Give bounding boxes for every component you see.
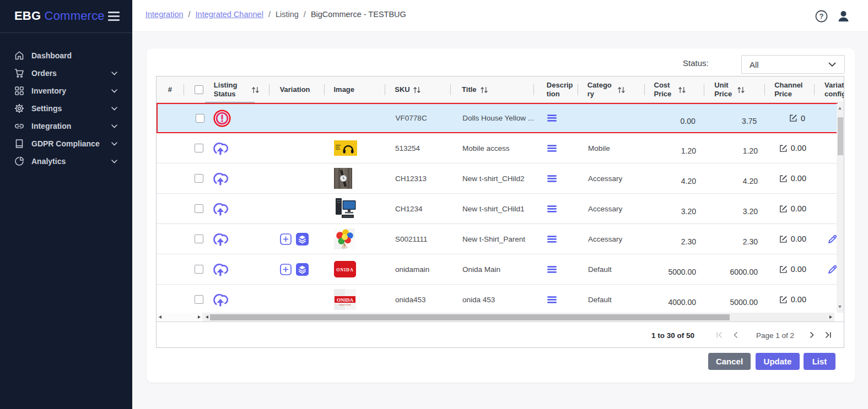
svg-text:Owner's Pride: Owner's Pride — [339, 304, 351, 306]
svg-text:ONIDA: ONIDA — [336, 268, 354, 272]
svg-text:ONIDA: ONIDA — [337, 297, 354, 303]
svg-text:?: ? — [820, 12, 824, 20]
